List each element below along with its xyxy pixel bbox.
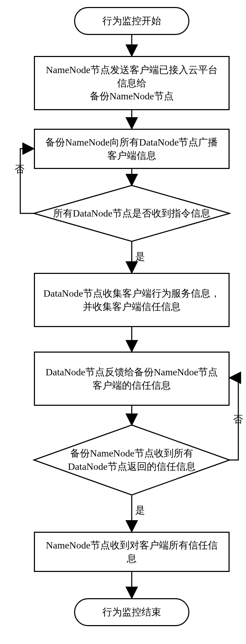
end-terminal: 行为监控结束 [74, 598, 189, 626]
process-namenode-send: NameNode节点发送客户端已接入云平台信息给 备份NameNode节点 [34, 56, 230, 110]
process-namenode-receive-label: NameNode节点收到对客户端所有信任信息 [41, 539, 222, 565]
edge-label-yes-2: 是 [135, 504, 145, 517]
decision-backup-received-label: 备份NameNode节点收到所有DataNode节点返回的信任信息 [58, 447, 205, 473]
process-datanode-collect: DataNode节点收集客户端行为服务信息，并收集客户端信任信息 [34, 273, 230, 327]
decision-datanode-received-label: 所有DataNode节点是否收到指令信息 [53, 207, 210, 220]
edge-label-no-1: 否 [15, 163, 24, 176]
flowchart-container: 行为监控开始 NameNode节点发送客户端已接入云平台信息给 备份NameNo… [8, 7, 238, 637]
process-namenode-send-label: NameNode节点发送客户端已接入云平台信息给 备份NameNode节点 [41, 63, 222, 103]
process-datanode-collect-label: DataNode节点收集客户端行为服务信息，并收集客户端信任信息 [41, 287, 222, 313]
start-terminal: 行为监控开始 [74, 7, 189, 35]
end-label: 行为监控结束 [102, 606, 161, 619]
decision-datanode-received: 所有DataNode节点是否收到指令信息 [34, 185, 230, 241]
process-namenode-receive: NameNode节点收到对客户端所有信任信息 [34, 532, 230, 572]
edge-label-yes-1: 是 [135, 250, 145, 263]
process-backup-broadcast-label: 备份NameNode向所有DataNode节点广播客户端信息 [41, 136, 222, 162]
decision-backup-received: 备份NameNode节点收到所有DataNode节点返回的信任信息 [34, 425, 230, 495]
start-label: 行为监控开始 [102, 14, 161, 28]
process-datanode-feedback-label: DataNode节点反馈给备份NameNdoe节点客户端的信任信息 [41, 366, 222, 392]
process-datanode-feedback: DataNode节点反馈给备份NameNdoe节点客户端的信任信息 [34, 352, 230, 406]
process-backup-broadcast: 备份NameNode向所有DataNode节点广播客户端信息 [34, 129, 230, 169]
edge-label-no-2: 否 [233, 413, 243, 426]
